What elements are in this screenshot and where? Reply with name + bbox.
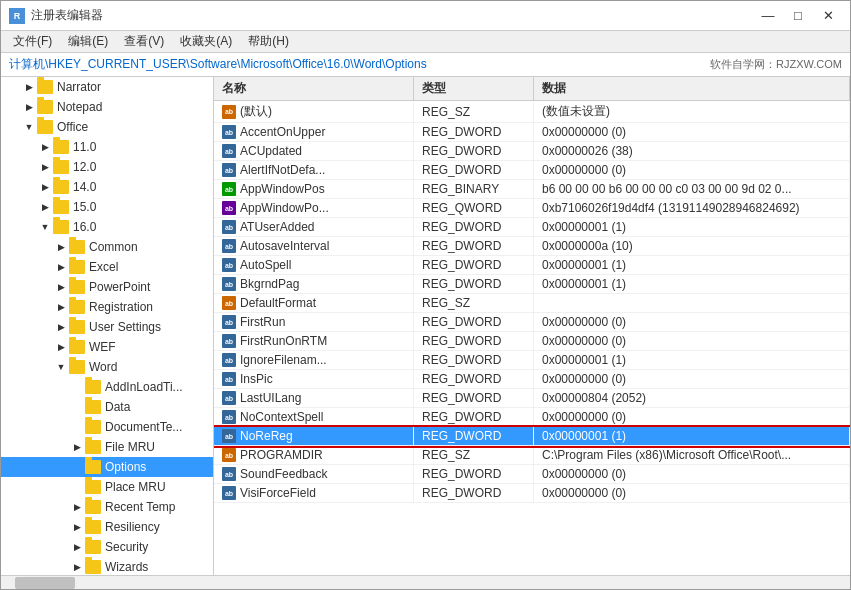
qword-icon: ab	[222, 201, 236, 215]
sidebar-item-narrator[interactable]: Narrator	[1, 77, 213, 97]
sidebar-item-powerpoint[interactable]: PowerPoint	[1, 277, 213, 297]
menu-favorites[interactable]: 收藏夹(A)	[172, 31, 240, 52]
cell-type: REG_DWORD	[414, 332, 534, 350]
cell-name: abAppWindowPo...	[214, 199, 414, 217]
cell-type: REG_SZ	[414, 446, 534, 464]
cell-name: abAppWindowPos	[214, 180, 414, 198]
table-row[interactable]: abBkgrndPag REG_DWORD 0x00000001 (1)	[214, 275, 850, 294]
menu-view[interactable]: 查看(V)	[116, 31, 172, 52]
sidebar-item-security[interactable]: Security	[1, 537, 213, 557]
sidebar-item-resiliency[interactable]: Resiliency	[1, 517, 213, 537]
expand-arrow	[53, 339, 69, 355]
dword-icon: ab	[222, 239, 236, 253]
cell-data: 0x00000000 (0)	[534, 484, 850, 502]
sidebar-item-docte[interactable]: DocumentTe...	[1, 417, 213, 437]
cell-type: REG_SZ	[414, 101, 534, 122]
sidebar-item-wef[interactable]: WEF	[1, 337, 213, 357]
sidebar-item-office[interactable]: Office	[1, 117, 213, 137]
table-row[interactable]: abAutoSpell REG_DWORD 0x00000001 (1)	[214, 256, 850, 275]
sidebar-item-word[interactable]: Word	[1, 357, 213, 377]
cell-type: REG_DWORD	[414, 161, 534, 179]
dword-icon: ab	[222, 486, 236, 500]
sidebar-item-usersettings[interactable]: User Settings	[1, 317, 213, 337]
menu-edit[interactable]: 编辑(E)	[60, 31, 116, 52]
sidebar-item-filemru[interactable]: File MRU	[1, 437, 213, 457]
sidebar-item-16[interactable]: 16.0	[1, 217, 213, 237]
expand-arrow	[37, 179, 53, 195]
sidebar-item-excel[interactable]: Excel	[1, 257, 213, 277]
horizontal-scrollbar[interactable]	[1, 575, 850, 589]
expand-arrow	[69, 559, 85, 575]
expand-arrow	[53, 299, 69, 315]
sidebar-item-registration[interactable]: Registration	[1, 297, 213, 317]
expand-arrow	[69, 499, 85, 515]
expand-arrow	[69, 399, 85, 415]
table-row[interactable]: abLastUILang REG_DWORD 0x00000804 (2052)	[214, 389, 850, 408]
sidebar-item-11[interactable]: 11.0	[1, 137, 213, 157]
watermark: 软件自学网：RJZXW.COM	[710, 57, 842, 72]
table-row[interactable]: abInsPic REG_DWORD 0x00000000 (0)	[214, 370, 850, 389]
cell-name: abATUserAdded	[214, 218, 414, 236]
table-row[interactable]: abATUserAdded REG_DWORD 0x00000001 (1)	[214, 218, 850, 237]
expand-arrow	[21, 79, 37, 95]
address-path[interactable]: 计算机\HKEY_CURRENT_USER\Software\Microsoft…	[9, 56, 427, 73]
sidebar-item-15[interactable]: 15.0	[1, 197, 213, 217]
table-row[interactable]: ab(默认) REG_SZ (数值未设置)	[214, 101, 850, 123]
dword-icon: ab	[222, 125, 236, 139]
sidebar-item-common[interactable]: Common	[1, 237, 213, 257]
table-row[interactable]: abDefaultFormat REG_SZ	[214, 294, 850, 313]
table-row[interactable]: abNoReReg REG_DWORD 0x00000001 (1)	[214, 427, 850, 446]
cell-type: REG_DWORD	[414, 465, 534, 483]
sidebar-item-12[interactable]: 12.0	[1, 157, 213, 177]
cell-type: REG_DWORD	[414, 408, 534, 426]
cell-data: 0x00000804 (2052)	[534, 389, 850, 407]
table-row[interactable]: abIgnoreFilenam... REG_DWORD 0x00000001 …	[214, 351, 850, 370]
expand-arrow	[53, 279, 69, 295]
cell-type: REG_DWORD	[414, 275, 534, 293]
table-row[interactable]: abAppWindowPos REG_BINARY b6 00 00 00 b6…	[214, 180, 850, 199]
cell-name: abAccentOnUpper	[214, 123, 414, 141]
cell-data: 0xb7106026f19d4df4 (13191149028946824692…	[534, 199, 850, 217]
binary-icon: ab	[222, 182, 236, 196]
maximize-button[interactable]: □	[784, 6, 812, 26]
tree-label: 14.0	[73, 180, 96, 194]
table-row[interactable]: abAppWindowPo... REG_QWORD 0xb7106026f19…	[214, 199, 850, 218]
table-row[interactable]: abFirstRunOnRTM REG_DWORD 0x00000000 (0)	[214, 332, 850, 351]
cell-type: REG_DWORD	[414, 427, 534, 445]
sidebar-tree[interactable]: Narrator Notepad Office 11.0	[1, 77, 214, 575]
table-row[interactable]: abACUpdated REG_DWORD 0x00000026 (38)	[214, 142, 850, 161]
window-title: 注册表编辑器	[31, 7, 103, 24]
scrollbar-thumb[interactable]	[15, 577, 75, 589]
cell-data: 0x00000000 (0)	[534, 313, 850, 331]
registry-table[interactable]: 名称 类型 数据 ab(默认) REG_SZ (数值未设置) abAccentO…	[214, 77, 850, 575]
table-row[interactable]: abAutosaveInterval REG_DWORD 0x0000000a …	[214, 237, 850, 256]
menu-file[interactable]: 文件(F)	[5, 31, 60, 52]
sidebar-item-addinloadti[interactable]: AddInLoadTi...	[1, 377, 213, 397]
minimize-button[interactable]: —	[754, 6, 782, 26]
sidebar-item-notepad[interactable]: Notepad	[1, 97, 213, 117]
table-row[interactable]: abVisiForceField REG_DWORD 0x00000000 (0…	[214, 484, 850, 503]
sidebar-item-wizards[interactable]: Wizards	[1, 557, 213, 575]
sidebar-item-placemru[interactable]: Place MRU	[1, 477, 213, 497]
sidebar-item-14[interactable]: 14.0	[1, 177, 213, 197]
cell-name: abIgnoreFilenam...	[214, 351, 414, 369]
cell-name: abAutosaveInterval	[214, 237, 414, 255]
cell-name: abACUpdated	[214, 142, 414, 160]
cell-data	[534, 294, 850, 312]
table-row[interactable]: abAlertIfNotDefa... REG_DWORD 0x00000000…	[214, 161, 850, 180]
table-row[interactable]: abSoundFeedback REG_DWORD 0x00000000 (0)	[214, 465, 850, 484]
sidebar-item-data[interactable]: Data	[1, 397, 213, 417]
menu-help[interactable]: 帮助(H)	[240, 31, 297, 52]
tree-label: Word	[89, 360, 117, 374]
table-row[interactable]: abFirstRun REG_DWORD 0x00000000 (0)	[214, 313, 850, 332]
table-row[interactable]: abNoContextSpell REG_DWORD 0x00000000 (0…	[214, 408, 850, 427]
sidebar-item-options[interactable]: Options	[1, 457, 213, 477]
table-row[interactable]: abPROGRAMDIR REG_SZ C:\Program Files (x8…	[214, 446, 850, 465]
tree-label: Notepad	[57, 100, 102, 114]
close-button[interactable]: ✕	[814, 6, 842, 26]
col-header-type: 类型	[414, 77, 534, 100]
table-row[interactable]: abAccentOnUpper REG_DWORD 0x00000000 (0)	[214, 123, 850, 142]
tree-label: Security	[105, 540, 148, 554]
expand-arrow	[69, 419, 85, 435]
sidebar-item-recenttemp[interactable]: Recent Temp	[1, 497, 213, 517]
